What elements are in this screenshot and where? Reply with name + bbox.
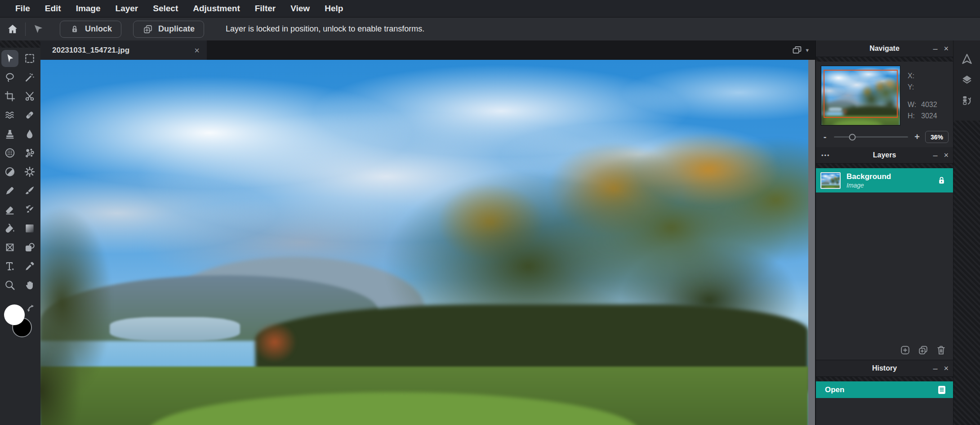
color-swatches <box>0 303 40 343</box>
menu-item-adjustment[interactable]: Adjustment <box>193 4 240 13</box>
layer-row-background[interactable]: Background Image <box>816 168 953 192</box>
layer-name: Background <box>846 172 936 181</box>
top-toolbar: Unlock Duplicate Layer is locked in posi… <box>0 17 980 40</box>
tab-title: 20231031_154721.jpg <box>52 46 129 55</box>
swap-colors-icon[interactable] <box>25 303 37 314</box>
pattern-tool-icon <box>4 147 16 159</box>
menu-item-edit[interactable]: Edit <box>45 4 61 13</box>
history-entry-open[interactable]: Open <box>816 381 953 398</box>
tool-pattern[interactable] <box>1 144 18 161</box>
menu-item-filter[interactable]: Filter <box>255 4 276 13</box>
tool-brush[interactable] <box>21 182 38 199</box>
layers-panel-title: Layers <box>816 151 953 159</box>
minimize-icon[interactable]: – <box>933 45 937 53</box>
document-icon <box>936 385 947 395</box>
tools-grid <box>0 48 40 294</box>
tool-type[interactable] <box>1 258 18 275</box>
blur-tool-icon <box>24 128 36 140</box>
menu-item-file[interactable]: File <box>15 4 30 13</box>
tab-bar: 20231031_154721.jpg × ▾ <box>40 40 815 60</box>
brush-tool-icon <box>24 185 36 197</box>
close-icon[interactable]: × <box>944 364 949 372</box>
duplicate-label: Duplicate <box>158 24 195 34</box>
navigate-info: X: Y: W:4032 H:3024 <box>908 66 937 125</box>
menu-item-image[interactable]: Image <box>76 4 101 13</box>
tool-crop[interactable] <box>1 88 18 105</box>
zoom-percent-field[interactable]: 36% <box>925 131 949 143</box>
pen-tool-icon <box>4 185 16 197</box>
canvas-viewport[interactable] <box>40 60 808 425</box>
tool-shapes[interactable] <box>21 239 38 256</box>
tool-marquee[interactable] <box>21 50 38 67</box>
tool-slice[interactable] <box>21 88 38 105</box>
window-layout-icon[interactable] <box>791 45 803 56</box>
height-label: H: <box>908 112 921 120</box>
tab-close-icon[interactable]: × <box>194 46 200 55</box>
sponge-tool-icon <box>24 166 36 178</box>
vertical-scrollbar[interactable] <box>808 60 815 425</box>
lasso-tool-icon <box>4 72 16 83</box>
layers-panel-icon[interactable] <box>961 69 973 90</box>
menu-item-view[interactable]: View <box>290 4 310 13</box>
tool-eyedropper[interactable] <box>21 258 38 275</box>
close-icon[interactable]: × <box>944 45 949 53</box>
tool-mixer-brush[interactable] <box>21 201 38 218</box>
tool-clone-stamp[interactable] <box>1 125 18 143</box>
pointer-flag-button[interactable] <box>28 20 48 38</box>
navigate-thumbnail[interactable] <box>821 66 900 125</box>
tool-healing[interactable] <box>21 107 38 124</box>
eyedropper-tool-icon <box>24 260 36 272</box>
history-panel-title: History <box>816 364 953 372</box>
tool-move[interactable] <box>1 50 18 67</box>
tool-lasso[interactable] <box>1 69 18 86</box>
tool-sponge[interactable] <box>21 163 38 180</box>
tool-gradient[interactable] <box>21 220 38 237</box>
tool-transform[interactable] <box>1 239 18 256</box>
menu-item-help[interactable]: Help <box>325 4 343 13</box>
zoom-in-button[interactable]: + <box>913 132 922 142</box>
chevron-down-icon[interactable]: ▾ <box>806 47 809 54</box>
foreground-color-swatch[interactable] <box>4 304 25 325</box>
zoom-tool-icon <box>4 279 16 291</box>
tool-eraser[interactable] <box>1 201 18 218</box>
duplicate-layer-icon[interactable] <box>918 344 929 356</box>
tool-blur[interactable] <box>21 125 38 143</box>
navigate-panel: Navigate – × X: Y: W:4032 <box>816 40 953 143</box>
layer-lock-icon[interactable] <box>936 175 947 186</box>
slice-tool-icon <box>24 90 36 102</box>
tool-zoom[interactable] <box>1 277 18 294</box>
crop-tool-icon <box>4 90 16 102</box>
navigate-panel-title: Navigate <box>816 45 953 53</box>
add-layer-icon[interactable] <box>900 344 911 356</box>
navigate-panel-icon[interactable] <box>961 49 973 69</box>
delete-layer-icon[interactable] <box>935 344 947 356</box>
home-button[interactable] <box>3 20 22 38</box>
tool-paint-bucket[interactable] <box>1 220 18 237</box>
unlock-button[interactable]: Unlock <box>60 21 121 38</box>
zoom-slider-knob[interactable] <box>849 134 856 140</box>
home-icon <box>6 23 19 36</box>
menu-item-select[interactable]: Select <box>153 4 178 13</box>
tool-hand[interactable] <box>21 277 38 294</box>
tool-liquify[interactable] <box>1 107 18 124</box>
tool-dodge-burn[interactable] <box>1 163 18 180</box>
zoom-out-button[interactable]: - <box>820 132 829 142</box>
tool-magic-wand[interactable] <box>21 69 38 86</box>
layer-type: Image <box>846 182 936 189</box>
minimize-icon[interactable]: – <box>933 364 937 372</box>
tab-document[interactable]: 20231031_154721.jpg × <box>40 40 207 60</box>
tool-pen[interactable] <box>1 182 18 199</box>
history-panel-icon[interactable] <box>961 90 973 111</box>
close-icon[interactable]: × <box>944 151 949 159</box>
healing-tool-icon <box>24 109 36 121</box>
panel-column: Navigate – × X: Y: W:4032 <box>816 40 953 425</box>
menu-item-layer[interactable]: Layer <box>116 4 138 13</box>
navigate-viewport-rect[interactable] <box>824 70 898 118</box>
tool-scatter[interactable] <box>21 144 38 161</box>
layers-panel: ••• Layers – × Background Image <box>816 147 953 360</box>
duplicate-button[interactable]: Duplicate <box>133 21 204 38</box>
height-value: 3024 <box>921 112 937 120</box>
minimize-icon[interactable]: – <box>933 151 937 159</box>
width-label: W: <box>908 101 921 109</box>
zoom-slider[interactable] <box>834 136 908 138</box>
